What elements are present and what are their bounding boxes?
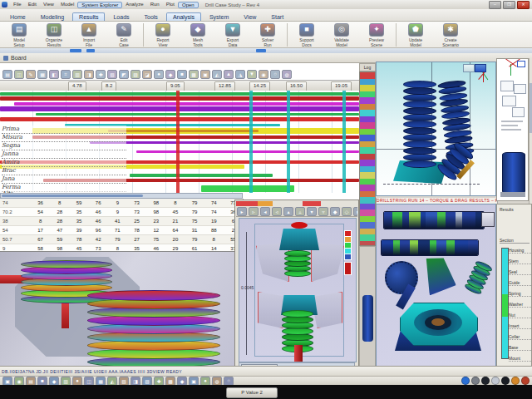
tray-icon[interactable]	[521, 377, 530, 385]
toolbar-icon[interactable]: ▥	[61, 377, 71, 386]
toolbar-icon[interactable]: ◮	[235, 70, 245, 79]
gantt-row-label[interactable]: Janna	[2, 150, 126, 159]
toolbar-icon[interactable]: ◉	[14, 377, 24, 386]
toolbar-icon[interactable]: ▦	[96, 377, 106, 386]
table-row[interactable]: 54174739967178126431882	[0, 226, 243, 235]
maximize-button[interactable]: ❐	[503, 1, 515, 9]
table-row[interactable]: 743685976973988797473	[0, 199, 243, 208]
ribbon-tool[interactable]: ▲ImportFile	[71, 22, 106, 47]
toolbar-icon[interactable]: ⌗	[61, 70, 71, 79]
toolbar-icon[interactable]: ▿	[318, 207, 328, 216]
toolbar-icon[interactable]: ✚	[96, 70, 106, 79]
taskbar-button[interactable]: P Value 2	[226, 387, 278, 398]
toolbar-icon[interactable]: ▹	[249, 207, 259, 216]
data-grid[interactable]: 74368597697398879747370.2542835469739845…	[0, 199, 244, 252]
assembly-3d-view[interactable]	[376, 62, 496, 196]
toolbar-icon[interactable]: ▣	[2, 377, 12, 386]
ribbon-tab[interactable]: Results	[72, 12, 105, 21]
toolbar-icon[interactable]: ▩	[189, 70, 199, 79]
tray-icon[interactable]	[471, 377, 480, 385]
toolbar-icon[interactable]: ◪	[142, 70, 152, 79]
toolbar-icon[interactable]: ◩	[119, 70, 129, 79]
gantt-horizontal-scrollbar[interactable]	[0, 193, 243, 199]
gantt-row-label[interactable]: Misura	[2, 134, 126, 142]
toolbar-icon[interactable]: ◨	[84, 70, 94, 79]
toolbar-icon[interactable]: ○	[270, 70, 280, 79]
toolbar-icon[interactable]: ◃	[272, 207, 282, 216]
toolbar-icon[interactable]: ▾	[307, 207, 317, 216]
toolbar-icon[interactable]: ▧	[119, 377, 129, 386]
menu-item[interactable]: Edit	[25, 2, 40, 8]
toolbar-icon[interactable]: ■	[177, 70, 187, 79]
toolbar-icon[interactable]: ◭	[212, 70, 222, 79]
thumbnail[interactable]	[512, 107, 525, 117]
gantt-row-label[interactable]: Segna	[2, 142, 126, 150]
toolbar-icon[interactable]: ▲	[224, 70, 234, 79]
thumbnail[interactable]	[514, 84, 526, 94]
tray-icon[interactable]	[511, 377, 520, 385]
table-row[interactable]: 50.7675978427927752079855	[0, 235, 243, 244]
tray-icon[interactable]	[501, 377, 510, 385]
ribbon-tab[interactable]: Loads	[106, 12, 135, 21]
tree-node[interactable]	[517, 61, 525, 67]
gantt-row-label[interactable]: Brac	[2, 167, 126, 175]
toolbar-icon[interactable]: ●	[154, 70, 164, 79]
parts-3d-view[interactable]	[376, 204, 496, 367]
toolbar-icon[interactable]: ▵	[295, 207, 305, 216]
menu-item[interactable]: System Explorer	[77, 2, 122, 8]
view-button-active[interactable]	[475, 64, 486, 72]
toolbar-icon[interactable]: ▨	[142, 377, 152, 386]
menu-item[interactable]: File	[10, 2, 25, 8]
table-row[interactable]: 3882835464125232175196	[0, 217, 243, 226]
toolbar-icon[interactable]: ▸	[237, 207, 247, 216]
toolbar-icon[interactable]: ◧	[49, 70, 59, 79]
toolbar-icon[interactable]: ◨	[131, 377, 140, 386]
minimize-button[interactable]: –	[489, 1, 501, 9]
toolbar-icon[interactable]: ○	[224, 377, 234, 386]
gantt-row-label[interactable]: Amira	[2, 159, 126, 167]
cylinder-thumbnail[interactable]	[502, 152, 525, 194]
close-button[interactable]: ✕	[517, 1, 530, 9]
menu-item[interactable]: Analyze	[122, 2, 146, 8]
thumbnail[interactable]	[500, 81, 514, 91]
toolbar-icon[interactable]: ◆	[165, 70, 175, 79]
ribbon-tool[interactable]: ▼ExportData	[215, 22, 250, 47]
ribbon-tab[interactable]: View	[237, 12, 263, 21]
table-row[interactable]: 70.2542835469739845797436	[0, 208, 243, 217]
toolbar-icon[interactable]: ◫	[14, 70, 24, 79]
toolbar-icon[interactable]: ◫	[84, 377, 94, 386]
toolbar-icon[interactable]: ◆	[177, 377, 187, 386]
thumbnail[interactable]	[502, 96, 516, 106]
log-color-column[interactable]	[359, 71, 376, 246]
ribbon-tool[interactable]: ✎EditCase	[106, 22, 141, 47]
tray-icon[interactable]	[491, 377, 500, 385]
toolbar-icon[interactable]: ▩	[165, 377, 175, 386]
menu-item[interactable]: Run	[147, 2, 163, 8]
toolbar-icon[interactable]: ▦	[37, 70, 47, 79]
toolbar-icon[interactable]: ◇	[342, 207, 352, 216]
menu-item[interactable]: View	[40, 2, 57, 8]
ribbon-tool[interactable]: ✦PreviewScene	[359, 22, 394, 47]
ribbon-tool[interactable]: ▤ModelSetup	[2, 22, 37, 47]
ribbon-tool[interactable]: ✚SolverRun	[250, 22, 285, 47]
tray-icon[interactable]	[481, 377, 490, 385]
scrollbar-thumb[interactable]	[2, 195, 143, 197]
toolbar-icon[interactable]: ◭	[107, 377, 117, 386]
cross-section-view[interactable]: 0.0045	[239, 218, 357, 362]
ribbon-tool[interactable]: ✱CreateScenario	[433, 22, 468, 47]
toolbar-icon[interactable]: ●	[72, 377, 82, 386]
toolbar-icon[interactable]: ◉	[259, 70, 268, 79]
toolbar-icon[interactable]: ●	[200, 377, 210, 386]
toolbar-icon[interactable]: ◆	[330, 207, 340, 216]
toolbar-icon[interactable]: ■	[37, 377, 47, 386]
gantt-row-label[interactable]: Prima	[2, 126, 126, 134]
group-chip[interactable]	[86, 49, 95, 52]
tray-icon[interactable]	[461, 377, 470, 385]
toolbar-icon[interactable]: ◍	[212, 377, 222, 386]
ribbon-tool[interactable]: ◆MeshTools	[180, 22, 215, 47]
toolbar-icon[interactable]: ▼	[247, 70, 257, 79]
toolbar-icon[interactable]: ▤	[2, 70, 12, 79]
ribbon-tab[interactable]: Modeling	[34, 12, 71, 21]
toolbar-icon[interactable]: ▥	[72, 70, 82, 79]
model-tree-panel[interactable]	[496, 58, 529, 201]
